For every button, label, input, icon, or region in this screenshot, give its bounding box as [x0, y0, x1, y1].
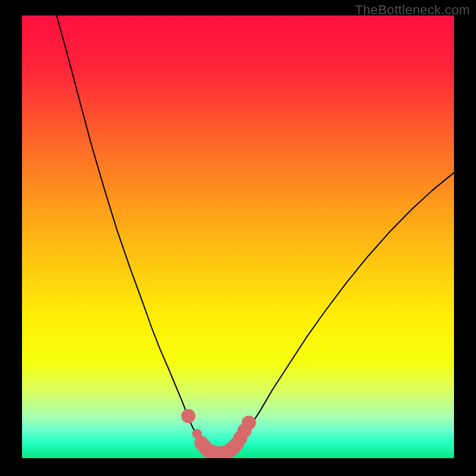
chart-stage: TheBottleneck.com [0, 0, 476, 476]
bottleneck-curve-chart [0, 0, 476, 476]
watermark-text: TheBottleneck.com [355, 2, 470, 18]
